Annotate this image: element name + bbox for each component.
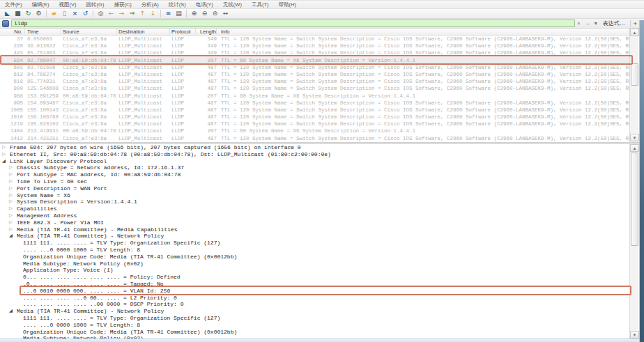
detail-line[interactable]: ▷System Description = Version:1.4.4.1: [0, 199, 629, 205]
close-file-icon[interactable]: ×: [70, 9, 79, 18]
packet-row[interactable]: 988153.09125900:a8:59:db:04:78LLDP_Multi…: [0, 93, 629, 100]
packet-row[interactable]: 1412214.425251Cisco_a7:e3:8aLLDP_Multica…: [0, 135, 629, 142]
menu-item[interactable]: 工具(T): [247, 1, 274, 9]
tree-collapsed-icon[interactable]: ▷: [9, 212, 13, 219]
packet-row[interactable]: 376.056803Cisco_a7:e3:8aLLDP_MulticastLL…: [0, 36, 629, 42]
detail-line[interactable]: .... ...0 0000 1000 = TLV Length: 8: [0, 322, 629, 329]
detail-line[interactable]: ◢Media (TIA TR-41 Committee) - Network P…: [0, 233, 629, 240]
menu-item[interactable]: 文件(F): [0, 1, 27, 9]
detail-line[interactable]: ◢Media (TIA TR-41 Committee) - Network P…: [0, 308, 629, 315]
detail-line[interactable]: .0.. .... .... .... .... .... = Tagged: …: [0, 281, 629, 288]
column-header-protocol[interactable]: Protocol: [170, 29, 196, 35]
menu-item[interactable]: 统计(S): [164, 1, 191, 9]
detail-line[interactable]: 0... .... .... .... .... .... = Policy: …: [0, 274, 629, 281]
packet-row[interactable]: 61294.768274Cisco_a7:e3:8aLLDP_Multicast…: [0, 71, 629, 78]
tree-collapsed-icon[interactable]: ▷: [9, 199, 13, 205]
detail-line[interactable]: ◢Link Layer Discovery Protocol: [0, 158, 629, 165]
find-packet-icon[interactable]: ◎: [96, 9, 105, 18]
menu-item[interactable]: 无线(W): [218, 1, 247, 9]
detail-line[interactable]: 1111 111. .... .... = TLV Type: Organiza…: [0, 240, 629, 247]
menu-item[interactable]: 视图(V): [54, 1, 82, 9]
detail-line[interactable]: ...0 0010 0000 000. .... .... = VLAN Id:…: [0, 288, 629, 295]
details-scrollbar[interactable]: ▲ ▼: [629, 144, 638, 339]
detail-line[interactable]: ▷Management Address: [0, 212, 629, 219]
detail-line[interactable]: 1111 111. .... .... = TLV Type: Organiza…: [0, 315, 629, 322]
column-header-no[interactable]: No.: [0, 29, 25, 35]
capture-options-icon[interactable]: ⚙: [34, 9, 43, 18]
go-to-packet-icon[interactable]: ⇒: [128, 9, 137, 18]
packet-row[interactable]: 42365.751403Cisco_a7:e3:8aLLDP_Multicast…: [0, 49, 629, 56]
scroll-up-icon[interactable]: ▲: [630, 144, 639, 152]
colorize-icon[interactable]: ▤: [174, 9, 183, 18]
resize-columns-icon[interactable]: ↔: [221, 9, 230, 18]
tree-expanded-icon[interactable]: ◢: [9, 233, 13, 240]
filter-add-button[interactable]: +: [630, 20, 640, 27]
packet-row[interactable]: 800125.546608Cisco_a7:e3:8aLLDP_Multicas…: [0, 85, 629, 92]
tree-collapsed-icon[interactable]: ▷: [2, 144, 6, 151]
go-back-icon[interactable]: ←: [107, 9, 116, 18]
zoom-out-icon[interactable]: ⊖: [200, 9, 209, 18]
filter-clear-icon[interactable]: ×: [575, 19, 583, 28]
detail-line[interactable]: ▷Ethernet II, Src: 00:a8:59:db:04:78 (00…: [0, 151, 629, 158]
detail-line[interactable]: ▷Frame 594: 207 bytes on wire (1656 bits…: [0, 144, 629, 151]
detail-line[interactable]: ▷Media (TIA TR-41 Committee) - Media Cap…: [0, 226, 629, 233]
packet-row[interactable]: 1010156.106788Cisco_a7:e3:8aLLDP_Multica…: [0, 114, 629, 121]
tree-expanded-icon[interactable]: ◢: [9, 308, 13, 315]
packet-row[interactable]: 61895.774931Cisco_a7:e3:8aLLDP_Multicast…: [0, 78, 629, 85]
detail-line[interactable]: Organization Unique Code: Media (TIA TR-…: [0, 254, 629, 261]
detail-line[interactable]: ▷Port Subtype = MAC address, Id: 00:a8:5…: [0, 171, 629, 178]
detail-line[interactable]: ▷Capabilities: [0, 205, 629, 212]
detail-line[interactable]: Organization Unique Code: Media (TIA TR-…: [0, 329, 629, 336]
stop-capture-icon[interactable]: ■: [13, 9, 22, 18]
open-file-icon[interactable]: ▰: [49, 9, 59, 18]
scroll-down-icon[interactable]: ▼: [630, 331, 639, 339]
column-header-time[interactable]: Time: [25, 29, 61, 35]
go-first-icon[interactable]: ↑: [138, 9, 147, 18]
scroll-down-icon[interactable]: ▼: [630, 134, 639, 141]
restart-capture-icon[interactable]: ↻: [24, 9, 33, 18]
column-header-destination[interactable]: Destination: [117, 29, 170, 35]
scroll-up-icon[interactable]: ▲: [630, 29, 639, 36]
detail-line[interactable]: ▷IEEE 802.3 - Power Via MDI: [0, 219, 629, 226]
column-header-source[interactable]: Source: [61, 29, 117, 35]
zoom-in-icon[interactable]: ⊕: [190, 9, 199, 18]
tree-collapsed-icon[interactable]: ▷: [9, 205, 13, 212]
tree-collapsed-icon[interactable]: ▷: [9, 178, 13, 185]
detail-line[interactable]: Application Type: Voice (1): [0, 267, 629, 274]
menu-item[interactable]: 帮助(H): [274, 1, 301, 9]
go-forward-icon[interactable]: →: [117, 9, 126, 18]
packet-list-scrollbar[interactable]: ▲ ▼: [629, 29, 638, 142]
packet-row[interactable]: 1404213.41993100:a8:59:db:04:78LLDP_Mult…: [0, 127, 629, 134]
filter-input[interactable]: [11, 20, 575, 27]
go-last-icon[interactable]: ↓: [148, 9, 158, 18]
save-file-icon[interactable]: ▯: [60, 9, 69, 18]
tree-expanded-icon[interactable]: ◢: [2, 158, 6, 165]
packet-row[interactable]: 1005155.100143Cisco_a7:e3:8aLLDP_Multica…: [0, 107, 629, 114]
column-header-length[interactable]: Length: [196, 29, 217, 35]
tree-collapsed-icon[interactable]: ▷: [9, 185, 13, 192]
packet-list-scroll-thumb[interactable]: [631, 63, 638, 86]
packet-row[interactable]: 59492.76004700:a8:59:db:04:78LLDP_Multic…: [0, 57, 629, 64]
packet-row[interactable]: 60193.761606Cisco_a7:e3:8aLLDP_Multicast…: [0, 64, 629, 71]
detail-line[interactable]: Media Subtype: Network Policy (0x02): [0, 261, 629, 267]
tree-collapsed-icon[interactable]: ▷: [9, 171, 13, 178]
filter-expression-button[interactable]: 表达式…: [599, 20, 629, 27]
tree-collapsed-icon[interactable]: ▷: [9, 164, 13, 171]
tree-collapsed-icon[interactable]: ▷: [2, 151, 6, 158]
detail-line[interactable]: ▷Time To Live = 60 sec: [0, 178, 629, 185]
reload-file-icon[interactable]: ↺: [81, 9, 90, 18]
tree-collapsed-icon[interactable]: ▷: [9, 219, 13, 226]
menu-item[interactable]: 电话(Y): [191, 1, 218, 9]
packet-row[interactable]: 1219185.828102Cisco_a7:e3:8aLLDP_Multica…: [0, 121, 629, 127]
filter-bookmark-icon[interactable]: [2, 20, 9, 27]
detail-line[interactable]: ▷Chassis Subtype = Network address, Id: …: [0, 164, 629, 171]
menu-item[interactable]: 捕获(C): [109, 1, 136, 9]
tree-collapsed-icon[interactable]: ▷: [9, 226, 13, 233]
packet-row[interactable]: 995154.093487Cisco_a7:e3:8aLLDP_Multicas…: [0, 100, 629, 107]
zoom-original-icon[interactable]: ⊜: [210, 9, 220, 18]
filter-apply-icon[interactable]: →: [583, 19, 592, 28]
auto-scroll-icon[interactable]: ≡: [164, 9, 173, 18]
menu-item[interactable]: 跳转(G): [82, 1, 109, 9]
column-header-info[interactable]: Info: [217, 29, 629, 35]
menu-item[interactable]: 编辑(E): [27, 1, 54, 9]
